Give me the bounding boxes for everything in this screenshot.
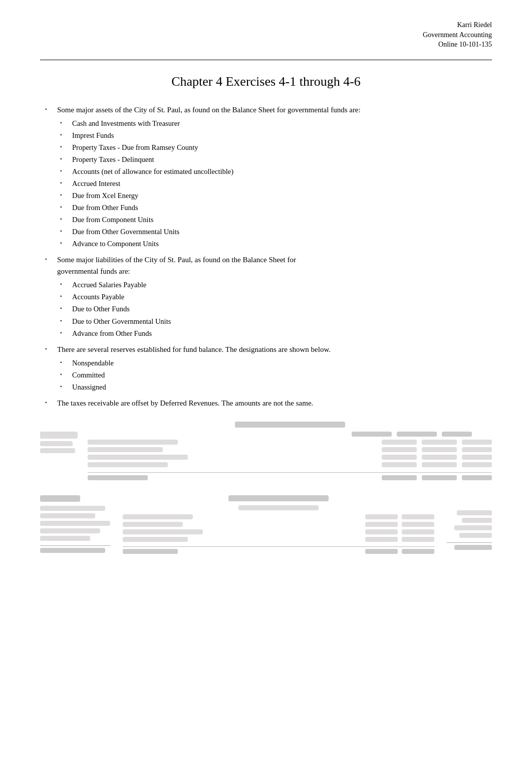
sub-item-text: Accounts (net of allowance for estimated… [72, 166, 233, 177]
list-item: ▪ Due from Xcel Energy [60, 190, 492, 201]
sub-item-text: Accrued Interest [72, 178, 120, 189]
sub-bullet-icon: ▪ [60, 383, 67, 389]
list-item: ▪ Due from Component Units [60, 215, 492, 225]
sub-item-text: Advance to Component Units [72, 239, 159, 249]
blurred-lower-right [447, 495, 492, 550]
sub-item-text: Accounts Payable [72, 292, 124, 302]
sub-item-text: Due from Xcel Energy [72, 190, 138, 201]
header-line2: Government Accounting [40, 30, 492, 40]
bullet-icon-taxes: ▪ [45, 400, 52, 405]
liabilities-list: ▪ Accrued Salaries Payable ▪ Accounts Pa… [60, 280, 492, 338]
list-item: ▪ Accrued Interest [60, 178, 492, 189]
sub-bullet-icon: ▪ [60, 132, 67, 137]
list-item: ▪ Imprest Funds [60, 130, 492, 141]
list-item: ▪ Due from Other Funds [60, 203, 492, 213]
sub-bullet-icon: ▪ [60, 359, 67, 365]
section-reserves: ▪ There are several reserves established… [40, 344, 492, 393]
section-taxes-intro-item: ▪ The taxes receivable are offset by Def… [40, 398, 492, 409]
sub-item-text: Due to Other Funds [72, 304, 130, 314]
bullet-icon-liabilities: ▪ [45, 256, 52, 262]
sub-bullet-icon: ▪ [60, 240, 67, 246]
section-taxes-intro-text: The taxes receivable are offset by Defer… [57, 398, 492, 409]
blurred-left-sidebar [40, 422, 78, 453]
sub-bullet-icon: ▪ [60, 281, 67, 287]
sub-bullet-icon: ▪ [60, 318, 67, 323]
list-item: ▪ Property Taxes - Due from Ramsey Count… [60, 142, 492, 153]
section-taxes: ▪ The taxes receivable are offset by Def… [40, 398, 492, 409]
list-item: ▪ Committed [60, 370, 492, 380]
section-liabilities-intro-text: Some major liabilities of the City of St… [57, 254, 492, 277]
list-item: ▪ Property Taxes - Delinquent [60, 154, 492, 165]
sub-bullet-icon: ▪ [60, 371, 67, 377]
header-line3: Online 10-101-135 [40, 40, 492, 50]
blurred-lower-row [40, 495, 492, 554]
list-item: ▪ Due to Other Funds [60, 304, 492, 314]
list-item: ▪ Cash and Investments with Treasurer [60, 118, 492, 129]
sub-bullet-icon: ▪ [60, 216, 67, 222]
sub-bullet-icon: ▪ [60, 192, 67, 198]
sub-item-text: Nonspendable [72, 358, 114, 368]
section-liabilities-intro-item: ▪ Some major liabilities of the City of … [40, 254, 492, 277]
sub-bullet-icon: ▪ [60, 156, 67, 161]
blurred-center-table [88, 422, 492, 480]
blurred-lower-left [40, 495, 110, 553]
list-item: ▪ Due to Other Governmental Units [60, 316, 492, 327]
blurred-lower-center [123, 495, 434, 554]
page-container: Karri Riedel Government Accounting Onlin… [0, 0, 532, 780]
list-item: ▪ Accounts Payable [60, 292, 492, 302]
sub-item-text: Imprest Funds [72, 130, 114, 141]
list-item: ▪ Unassigned [60, 382, 492, 393]
blurred-upper-row [40, 422, 492, 480]
sub-bullet-icon: ▪ [60, 168, 67, 173]
sub-bullet-icon: ▪ [60, 120, 67, 125]
sub-item-text: Due to Other Governmental Units [72, 316, 171, 327]
list-item: ▪ Accounts (net of allowance for estimat… [60, 166, 492, 177]
divider [40, 60, 492, 60]
header-info: Karri Riedel Government Accounting Onlin… [40, 20, 492, 50]
sub-item-text: Accrued Salaries Payable [72, 280, 146, 290]
sub-bullet-icon: ▪ [60, 293, 67, 299]
sub-bullet-icon: ▪ [60, 180, 67, 185]
section-assets-intro-text: Some major assets of the City of St. Pau… [57, 104, 492, 116]
sub-bullet-icon: ▪ [60, 305, 67, 311]
sub-bullet-icon: ▪ [60, 330, 67, 335]
sub-item-text: Committed [72, 370, 105, 380]
section-reserves-intro-text: There are several reserves established f… [57, 344, 492, 355]
section-liabilities: ▪ Some major liabilities of the City of … [40, 254, 492, 338]
assets-list: ▪ Cash and Investments with Treasurer ▪ … [60, 118, 492, 249]
blurred-content-area [40, 422, 492, 554]
sub-bullet-icon: ▪ [60, 228, 67, 234]
list-item: ▪ Accrued Salaries Payable [60, 280, 492, 290]
sub-bullet-icon: ▪ [60, 144, 67, 149]
page-title: Chapter 4 Exercises 4-1 through 4-6 [40, 69, 492, 89]
bullet-icon-assets: ▪ [45, 106, 52, 112]
list-item: ▪ Due from Other Governmental Units [60, 227, 492, 237]
sub-item-text: Cash and Investments with Treasurer [72, 118, 180, 129]
sub-bullet-icon: ▪ [60, 204, 67, 210]
sub-item-text: Due from Other Funds [72, 203, 138, 213]
bullet-icon-reserves: ▪ [45, 346, 52, 351]
list-item: ▪ Advance from Other Funds [60, 328, 492, 339]
list-item: ▪ Nonspendable [60, 358, 492, 368]
header-line1: Karri Riedel [40, 20, 492, 30]
reserves-list: ▪ Nonspendable ▪ Committed ▪ Unassigned [60, 358, 492, 393]
sub-item-text: Due from Component Units [72, 215, 153, 225]
sub-item-text: Property Taxes - Delinquent [72, 154, 154, 165]
sub-item-text: Unassigned [72, 382, 106, 393]
sub-item-text: Advance from Other Funds [72, 328, 152, 339]
sub-item-text: Due from Other Governmental Units [72, 227, 179, 237]
section-reserves-intro-item: ▪ There are several reserves established… [40, 344, 492, 355]
sub-item-text: Property Taxes - Due from Ramsey County [72, 142, 198, 153]
list-item: ▪ Advance to Component Units [60, 239, 492, 249]
section-assets-intro-item: ▪ Some major assets of the City of St. P… [40, 104, 492, 116]
section-assets: ▪ Some major assets of the City of St. P… [40, 104, 492, 250]
